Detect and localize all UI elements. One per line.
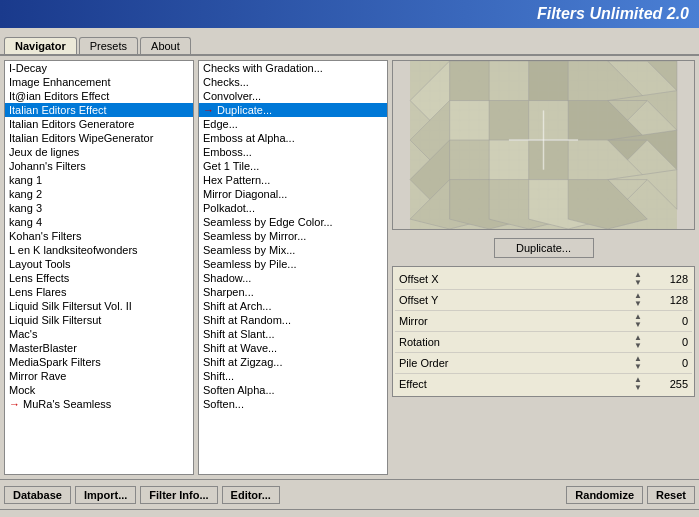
filter-item[interactable]: I-Decay: [5, 61, 193, 75]
effect-item[interactable]: Shift at Arch...: [199, 299, 387, 313]
effect-item[interactable]: Edge...: [199, 117, 387, 131]
params-table: Offset X▲▼128Offset Y▲▼128Mirror▲▼0Rotat…: [392, 266, 695, 397]
param-row: Offset Y▲▼128: [395, 290, 692, 311]
param-down-arrow[interactable]: ▼: [632, 342, 644, 350]
effect-item[interactable]: Soften Alpha...: [199, 383, 387, 397]
filter-item[interactable]: L en K landksiteofwonders: [5, 243, 193, 257]
filter-item[interactable]: Jeux de lignes: [5, 145, 193, 159]
filter-item[interactable]: Mock: [5, 383, 193, 397]
param-spinners[interactable]: ▲▼: [632, 334, 644, 350]
effect-list[interactable]: Checks with Gradation...Checks...Convolv…: [199, 61, 387, 474]
filter-item[interactable]: kang 2: [5, 187, 193, 201]
effect-item[interactable]: Shift at Zigzag...: [199, 355, 387, 369]
effect-item[interactable]: Shift at Random...: [199, 313, 387, 327]
effect-item[interactable]: Checks with Gradation...: [199, 61, 387, 75]
filter-item[interactable]: Mac's: [5, 327, 193, 341]
filter-item[interactable]: Italian Editors Effect: [5, 103, 193, 117]
param-spinners[interactable]: ▲▼: [632, 355, 644, 371]
effect-item[interactable]: Seamless by Edge Color...: [199, 215, 387, 229]
effect-item[interactable]: Checks...: [199, 75, 387, 89]
effect-item[interactable]: Shift at Wave...: [199, 341, 387, 355]
filter-item[interactable]: Lens Effects: [5, 271, 193, 285]
param-spinners[interactable]: ▲▼: [632, 271, 644, 287]
param-spinners[interactable]: ▲▼: [632, 313, 644, 329]
effect-item[interactable]: Polkadot...: [199, 201, 387, 215]
param-down-arrow[interactable]: ▼: [632, 300, 644, 308]
effect-item[interactable]: Convolver...: [199, 89, 387, 103]
param-down-arrow[interactable]: ▼: [632, 384, 644, 392]
duplicate-button[interactable]: Duplicate...: [494, 238, 594, 258]
effect-item[interactable]: Seamless by Mirror...: [199, 229, 387, 243]
param-down-arrow[interactable]: ▼: [632, 363, 644, 371]
filter-item[interactable]: kang 4: [5, 215, 193, 229]
effect-item[interactable]: → Duplicate...: [199, 103, 387, 117]
filter-list[interactable]: I-DecayImage EnhancementIt@ian Editors E…: [5, 61, 193, 474]
filter-item[interactable]: Italian Editors Generatore: [5, 117, 193, 131]
param-label: Pile Order: [399, 357, 632, 369]
panels-area: I-DecayImage EnhancementIt@ian Editors E…: [0, 56, 699, 479]
effect-item[interactable]: Seamless by Pile...: [199, 257, 387, 271]
param-value: 128: [648, 273, 688, 285]
title-bar: Filters Unlimited 2.0: [0, 0, 699, 28]
filter-item[interactable]: Johann's Filters: [5, 159, 193, 173]
effect-item[interactable]: Mirror Diagonal...: [199, 187, 387, 201]
effect-item[interactable]: Shift...: [199, 369, 387, 383]
filter-item[interactable]: Image Enhancement: [5, 75, 193, 89]
effect-item[interactable]: Emboss at Alpha...: [199, 131, 387, 145]
filter-item[interactable]: Layout Tools: [5, 257, 193, 271]
effect-item[interactable]: Seamless by Mix...: [199, 243, 387, 257]
param-label: Offset X: [399, 273, 632, 285]
param-value: 0: [648, 315, 688, 327]
filter-item[interactable]: MediaSpark Filters: [5, 355, 193, 369]
effect-item[interactable]: Shift at Slant...: [199, 327, 387, 341]
import-button[interactable]: Import...: [75, 486, 136, 504]
preview-image: [393, 61, 694, 229]
param-label: Mirror: [399, 315, 632, 327]
tab-navigator[interactable]: Navigator: [4, 37, 77, 54]
effect-item[interactable]: Soften...: [199, 397, 387, 411]
effect-item[interactable]: Hex Pattern...: [199, 173, 387, 187]
filter-item[interactable]: Italian Editors WipeGenerator: [5, 131, 193, 145]
filter-info-button[interactable]: Filter Info...: [140, 486, 217, 504]
param-down-arrow[interactable]: ▼: [632, 279, 644, 287]
filter-item[interactable]: kang 1: [5, 173, 193, 187]
effect-item[interactable]: Get 1 Tile...: [199, 159, 387, 173]
filter-item[interactable]: MasterBlaster: [5, 341, 193, 355]
filter-item[interactable]: Liquid Silk Filtersut Vol. II: [5, 299, 193, 313]
filter-item[interactable]: Liquid Silk Filtersut: [5, 313, 193, 327]
param-down-arrow[interactable]: ▼: [632, 321, 644, 329]
param-label: Effect: [399, 378, 632, 390]
filter-item[interactable]: Mirror Rave: [5, 369, 193, 383]
effect-arrow-indicator: →: [203, 104, 217, 116]
param-value: 0: [648, 336, 688, 348]
arrow-indicator: →: [9, 398, 23, 410]
param-spinners[interactable]: ▲▼: [632, 292, 644, 308]
duplicate-section: Duplicate...: [392, 234, 695, 262]
param-label: Offset Y: [399, 294, 632, 306]
tab-presets[interactable]: Presets: [79, 37, 138, 54]
param-label: Rotation: [399, 336, 632, 348]
reset-button[interactable]: Reset: [647, 486, 695, 504]
effect-item[interactable]: Shadow...: [199, 271, 387, 285]
filter-item[interactable]: → MuRa's Seamless: [5, 397, 193, 411]
effect-panel: Checks with Gradation...Checks...Convolv…: [198, 60, 388, 475]
preview-area: [392, 60, 695, 230]
param-row: Mirror▲▼0: [395, 311, 692, 332]
filter-item[interactable]: Kohan's Filters: [5, 229, 193, 243]
param-row: Pile Order▲▼0: [395, 353, 692, 374]
filter-item[interactable]: kang 3: [5, 201, 193, 215]
tab-about[interactable]: About: [140, 37, 191, 54]
tab-bar: Navigator Presets About: [0, 28, 699, 56]
param-row: Offset X▲▼128: [395, 269, 692, 290]
effect-item[interactable]: Emboss...: [199, 145, 387, 159]
editor-button[interactable]: Editor...: [222, 486, 280, 504]
main-content: I-DecayImage EnhancementIt@ian Editors E…: [0, 56, 699, 517]
effect-item[interactable]: Sharpen...: [199, 285, 387, 299]
param-spinners[interactable]: ▲▼: [632, 376, 644, 392]
bottom-toolbar: Database Import... Filter Info... Editor…: [0, 479, 699, 509]
filter-item[interactable]: It@ian Editors Effect: [5, 89, 193, 103]
randomize-button[interactable]: Randomize: [566, 486, 643, 504]
database-button[interactable]: Database: [4, 486, 71, 504]
status-bar: Database: ICNET-Filters Filters: 5199 Ap…: [0, 509, 699, 517]
filter-item[interactable]: Lens Flares: [5, 285, 193, 299]
